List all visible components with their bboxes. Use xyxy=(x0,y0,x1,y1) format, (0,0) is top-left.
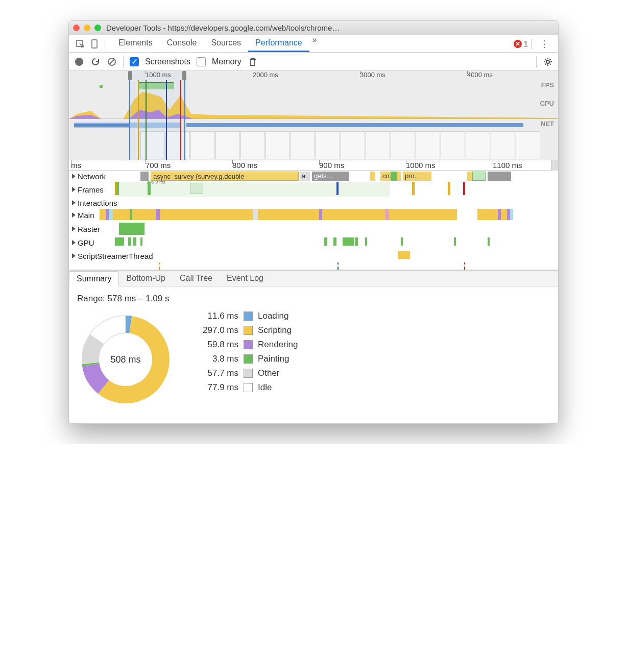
record-button[interactable] xyxy=(74,57,84,67)
legend-swatch xyxy=(244,383,253,392)
details-tabstrip: Summary Bottom-Up Call Tree Event Log xyxy=(69,270,558,286)
legend-swatch xyxy=(244,369,253,378)
legend-row: 77.9 ms Idle xyxy=(192,382,298,393)
separator xyxy=(123,56,124,67)
tab-sources[interactable]: Sources xyxy=(204,35,248,52)
tab-console[interactable]: Console xyxy=(160,35,204,52)
zoom-icon[interactable] xyxy=(94,25,101,31)
tab-performance[interactable]: Performance xyxy=(248,35,309,52)
chevron-right-icon[interactable] xyxy=(72,226,76,231)
network-bar[interactable]: gets… xyxy=(312,172,349,181)
more-tabs-icon[interactable]: » xyxy=(309,35,320,52)
clear-button[interactable] xyxy=(107,57,117,67)
tab-call-tree[interactable]: Call Tree xyxy=(173,271,220,285)
chevron-right-icon[interactable] xyxy=(72,212,76,218)
separator xyxy=(105,38,105,50)
timeline-ruler[interactable]: ms 700 ms 800 ms 900 ms 1000 ms 1100 ms xyxy=(69,160,558,171)
chevron-right-icon[interactable] xyxy=(72,200,76,205)
tab-event-log[interactable]: Event Log xyxy=(220,271,271,285)
legend-row: 59.8 ms Rendering xyxy=(192,340,298,350)
panel-tabstrip: Elements Console Sources Performance » ✕… xyxy=(69,35,558,53)
overview-pane[interactable]: 1000 ms 2000 ms 3000 ms 4000 ms FPS CPU … xyxy=(69,71,558,160)
error-count: 1 xyxy=(524,39,528,48)
flame-chart[interactable]: Network async_survey (survey.g.double a … xyxy=(69,171,558,270)
separator xyxy=(536,56,537,67)
scrollbar-corner[interactable] xyxy=(551,160,558,171)
inspect-icon[interactable] xyxy=(73,39,87,49)
minimize-icon[interactable] xyxy=(84,25,90,31)
error-icon: ✕ xyxy=(514,40,522,48)
separator xyxy=(531,38,532,50)
range-label: Range: 578 ms – 1.09 s xyxy=(77,294,550,304)
network-bar[interactable]: async_survey (survey.g.double xyxy=(151,172,299,181)
summary-donut: 508 ms xyxy=(77,311,174,408)
row-main[interactable]: Main xyxy=(69,208,558,222)
legend-swatch xyxy=(244,326,253,335)
legend-row: 297.0 ms Scripting xyxy=(192,325,298,335)
network-bar[interactable]: pro… xyxy=(403,172,431,181)
row-raster[interactable]: Raster xyxy=(69,222,558,236)
svg-line-3 xyxy=(109,59,114,64)
close-icon[interactable] xyxy=(73,25,80,31)
chevron-right-icon[interactable] xyxy=(72,174,76,179)
titlebar: Developer Tools - https://developers.goo… xyxy=(69,21,558,35)
tab-elements[interactable]: Elements xyxy=(111,35,160,52)
devtools-window: Developer Tools - https://developers.goo… xyxy=(68,20,559,424)
fps-label: FPS xyxy=(541,81,554,89)
tab-summary[interactable]: Summary xyxy=(69,271,119,286)
reload-button[interactable] xyxy=(90,57,101,67)
row-frames[interactable]: Frames 603.6 ms 206.0 ms xyxy=(69,182,558,197)
panel-tabs: Elements Console Sources Performance » xyxy=(111,35,514,52)
summary-legend: 11.6 ms Loading297.0 ms Scripting59.8 ms… xyxy=(192,311,298,393)
tab-bottom-up[interactable]: Bottom-Up xyxy=(119,271,172,285)
svg-rect-1 xyxy=(92,40,97,48)
network-bar[interactable]: a xyxy=(300,172,310,181)
legend-swatch xyxy=(244,354,253,364)
legend-row: 57.7 ms Other xyxy=(192,368,298,378)
kebab-menu-icon[interactable]: ⋮ xyxy=(535,38,554,50)
legend-swatch xyxy=(244,340,253,349)
chevron-right-icon[interactable] xyxy=(72,187,76,192)
summary-panel: Range: 578 ms – 1.09 s 508 ms 11.6 ms Lo… xyxy=(69,286,558,423)
donut-center-label: 508 ms xyxy=(110,354,140,365)
chevron-right-icon[interactable] xyxy=(72,240,76,245)
svg-point-4 xyxy=(546,60,549,63)
row-scriptstreamer[interactable]: ScriptStreamerThread xyxy=(69,249,558,262)
row-gpu[interactable]: GPU xyxy=(69,236,558,249)
device-icon[interactable] xyxy=(87,39,102,49)
chevron-right-icon[interactable] xyxy=(72,253,76,258)
trash-icon[interactable] xyxy=(248,57,258,67)
screenshots-checkbox[interactable]: ✓ xyxy=(130,57,139,66)
legend-row: 3.8 ms Painting xyxy=(192,354,298,364)
traffic-lights xyxy=(73,25,101,31)
legend-row: 11.6 ms Loading xyxy=(192,311,298,321)
memory-checkbox[interactable] xyxy=(197,57,206,66)
perf-toolbar: ✓ Screenshots Memory xyxy=(69,53,558,71)
error-badge[interactable]: ✕ 1 xyxy=(514,39,528,48)
row-interactions[interactable]: Interactions xyxy=(69,197,558,208)
row-network[interactable]: Network async_survey (survey.g.double a … xyxy=(69,171,558,182)
gear-icon[interactable] xyxy=(543,57,553,67)
window-title: Developer Tools - https://developers.goo… xyxy=(106,23,554,32)
legend-swatch xyxy=(244,311,253,321)
memory-label: Memory xyxy=(212,57,242,66)
screenshots-label: Screenshots xyxy=(145,57,190,66)
